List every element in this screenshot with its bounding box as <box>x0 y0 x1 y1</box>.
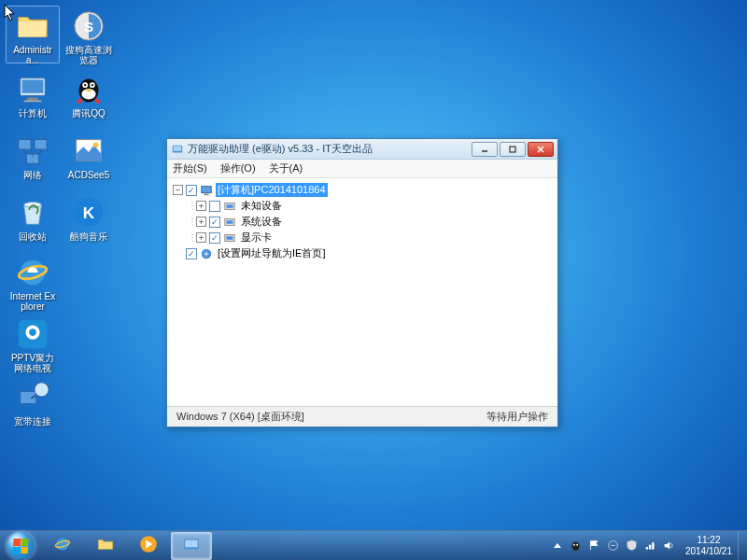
tree-node-label[interactable]: [设置网址导航为IE首页] <box>216 246 328 260</box>
tree-node-display-adapters[interactable]: ⋮+✓显示卡 <box>188 230 552 245</box>
svg-point-23 <box>86 89 92 91</box>
device-tree[interactable]: −✓[计算机]PC2014101864⋮+未知设备⋮+✓系统设备⋮+✓显示卡✓[… <box>167 178 557 406</box>
checkbox[interactable] <box>209 201 220 212</box>
checkbox[interactable]: ✓ <box>186 248 197 259</box>
show-desktop-button[interactable] <box>738 531 747 561</box>
checkbox[interactable]: ✓ <box>209 217 220 228</box>
desktop-icon-label: 网络 <box>23 170 42 180</box>
tray-security-icon[interactable] <box>626 539 639 553</box>
close-button[interactable] <box>528 142 554 157</box>
desktop-icon-recycle-bin[interactable]: 回收站 <box>6 190 60 248</box>
svg-point-50 <box>577 544 579 546</box>
expand-icon[interactable]: + <box>196 201 206 211</box>
svg-rect-39 <box>227 220 233 224</box>
desktop-icon-label: ACDSee5 <box>68 170 109 180</box>
window-title: 万能驱动助理 (e驱动) v5.33 - IT天空出品 <box>188 142 472 156</box>
app-icon <box>171 143 184 156</box>
tray-network-icon[interactable] <box>644 539 657 553</box>
computer-icon <box>14 70 51 107</box>
tray-usb-icon[interactable] <box>607 539 620 553</box>
tree-root[interactable]: −✓[计算机]PC2014101864 <box>173 182 552 198</box>
tree-node-label[interactable]: [计算机]PC2014101864 <box>216 183 328 197</box>
tree-extra-option[interactable]: ✓[设置网址导航为IE首页] <box>173 245 552 261</box>
status-right: 等待用户操作 <box>486 410 548 424</box>
desktop-icon-computer[interactable]: 计算机 <box>6 67 60 125</box>
status-bar: Windows 7 (X64) [桌面环境] 等待用户操作 <box>167 406 557 427</box>
svg-point-48 <box>572 541 580 551</box>
globe-icon <box>200 247 213 260</box>
desktop-icon-label: 搜狗高速浏览器 <box>64 45 113 65</box>
svg-rect-31 <box>510 147 515 152</box>
svg-rect-29 <box>174 146 182 150</box>
tree-node-label[interactable]: 未知设备 <box>239 199 284 213</box>
svg-rect-5 <box>35 140 47 149</box>
tray-up-arrow-icon[interactable] <box>551 539 564 553</box>
taskbar-item-ie[interactable] <box>42 532 83 560</box>
collapse-icon[interactable] <box>173 248 183 259</box>
device-icon <box>223 216 236 229</box>
wmp-icon <box>138 534 159 558</box>
tray-volume-icon[interactable] <box>663 539 676 553</box>
taskbar-item-media-player[interactable] <box>128 532 169 560</box>
svg-rect-3 <box>24 100 42 102</box>
driver-helper-window: 万能驱动助理 (e驱动) v5.33 - IT天空出品 开始(S) 操作(O) … <box>166 138 558 427</box>
svg-rect-37 <box>227 204 233 208</box>
svg-rect-1 <box>22 80 44 93</box>
menu-operate[interactable]: 操作(O) <box>220 161 256 175</box>
desktop-icon-kugou[interactable]: K酷狗音乐 <box>62 190 116 248</box>
tree-node-label[interactable]: 显示卡 <box>239 231 274 245</box>
svg-rect-41 <box>227 236 233 240</box>
svg-rect-35 <box>204 193 208 195</box>
expand-icon[interactable]: + <box>196 217 206 227</box>
menu-start[interactable]: 开始(S) <box>173 161 207 175</box>
ie-icon <box>14 255 51 290</box>
tree-node-system-devices[interactable]: ⋮+✓系统设备 <box>188 214 552 230</box>
desktop-icon-tencent-qq[interactable]: 腾讯QQ <box>62 67 116 125</box>
sogou-icon: S <box>70 8 107 44</box>
svg-rect-53 <box>649 545 651 550</box>
tree-node-unknown-devices[interactable]: ⋮+未知设备 <box>188 198 552 214</box>
desktop-icon-label: Internet Explorer <box>8 291 57 312</box>
svg-point-22 <box>92 84 93 86</box>
system-tray <box>547 531 680 560</box>
network-icon <box>14 132 51 169</box>
start-button[interactable] <box>0 531 41 561</box>
broadband-icon <box>14 378 51 415</box>
expand-icon[interactable]: + <box>196 232 206 243</box>
desktop-icon-sogou-browser[interactable]: S搜狗高速浏览器 <box>62 6 116 63</box>
checkbox[interactable]: ✓ <box>209 232 220 244</box>
taskbar-clock[interactable]: 11:22 2014/10/21 <box>680 535 738 557</box>
svg-rect-54 <box>653 542 655 549</box>
svg-text:K: K <box>83 204 95 222</box>
collapse-icon[interactable]: − <box>173 185 183 195</box>
desktop: Administra...计算机网络回收站Internet ExplorerPP… <box>0 0 747 560</box>
device-icon <box>223 200 236 213</box>
desktop-icon-label: 酷狗音乐 <box>70 231 107 242</box>
mouse-cursor-icon <box>4 4 17 22</box>
folder-icon <box>95 534 116 558</box>
svg-rect-52 <box>646 547 648 549</box>
svg-text:S: S <box>84 19 93 35</box>
menubar: 开始(S) 操作(O) 关于(A) <box>167 160 557 178</box>
maximize-button[interactable] <box>500 142 526 157</box>
driver-icon <box>181 534 202 558</box>
taskbar-item-driver-app[interactable] <box>171 532 212 560</box>
tray-flag-icon[interactable] <box>588 539 601 553</box>
taskbar-item-explorer[interactable] <box>85 532 126 560</box>
menu-about[interactable]: 关于(A) <box>269 161 303 175</box>
svg-rect-47 <box>185 539 197 547</box>
desktop-icon-pptv[interactable]: PPTV聚力 网络电视 <box>6 314 60 371</box>
tree-node-label[interactable]: 系统设备 <box>239 215 284 229</box>
recycle-icon <box>14 193 51 231</box>
desktop-icon-network[interactable]: 网络 <box>6 129 60 187</box>
tray-qq-tray-icon[interactable] <box>570 539 583 553</box>
desktop-icon-broadband[interactable]: 宽带连接 <box>6 375 60 433</box>
titlebar[interactable]: 万能驱动助理 (e驱动) v5.33 - IT天空出品 <box>167 139 557 160</box>
desktop-icon-acdsee[interactable]: ACDSee5 <box>62 129 116 187</box>
minimize-button[interactable] <box>472 142 498 157</box>
checkbox[interactable]: ✓ <box>186 185 197 196</box>
desktop-icon-internet-explorer[interactable]: Internet Explorer <box>6 252 60 310</box>
svg-point-49 <box>573 544 575 546</box>
desktop-icon-label: Administra... <box>8 45 57 65</box>
svg-point-25 <box>93 142 99 147</box>
